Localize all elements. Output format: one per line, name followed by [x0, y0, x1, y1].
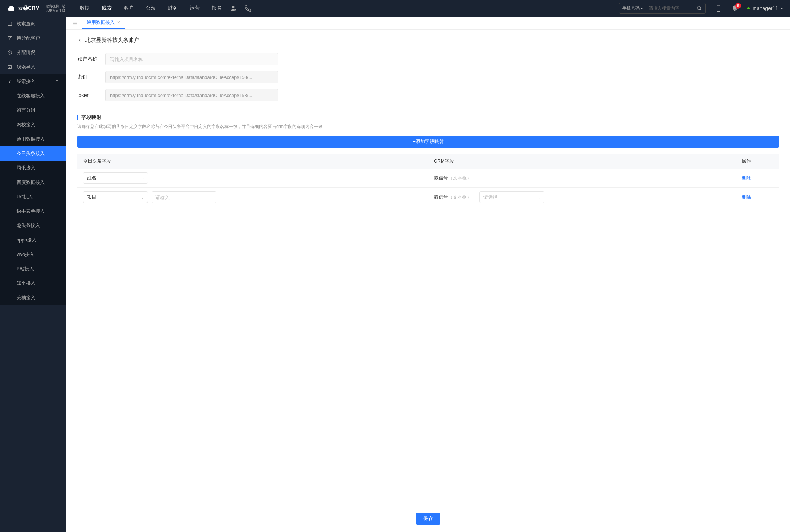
svg-line-3: [700, 9, 701, 10]
field-mapping-desc: 请确保您在此填写的头条自定义字段名称与在今日头条平台中自定义的字段名称一致，并且…: [77, 124, 779, 130]
mobile-icon[interactable]: [715, 5, 722, 12]
sidebar-sub-item[interactable]: 美柚接入: [0, 291, 66, 305]
chevron-down-icon: ▾: [781, 6, 783, 10]
account-name-label: 账户名称: [77, 56, 99, 62]
sidebar-sub-item[interactable]: vivo接入: [0, 247, 66, 262]
svg-point-0: [232, 6, 235, 8]
nav-item[interactable]: 财务: [168, 5, 178, 12]
sidebar-item[interactable]: 线索接入⌃: [0, 74, 66, 89]
cloud-logo-icon: [7, 4, 16, 13]
table-row: 项目 ⌄ 微信号（文本框）: [77, 188, 779, 207]
username: manager11: [752, 5, 778, 11]
main-nav: 数据线索客户公海财务运营报名: [80, 5, 222, 12]
sidebar: 线索查询待分配客户分配情况线索导入线索接入⌃在线客服接入留言分组网校接入通用数据…: [0, 17, 66, 532]
sidebar-sub-item[interactable]: UC接入: [0, 190, 66, 204]
crm-field-select[interactable]: 请选择 ⌄: [479, 191, 544, 203]
main-content: 通用数据接入 ✕ 北京昱新科技头条账户 账户名称 密钥 token: [66, 17, 790, 532]
sidebar-sub-item[interactable]: 留言分组: [0, 103, 66, 118]
sidebar-item-icon: [7, 36, 12, 41]
chevron-down-icon: ⌄: [141, 195, 144, 199]
page-content: 北京昱新科技头条账户 账户名称 密钥 token 字段映射 请确保您在此填写的头…: [66, 30, 790, 532]
toutiao-field-select[interactable]: 姓名 ⌄: [83, 172, 148, 184]
table-row: 姓名 ⌄ 微信号（文本框） 删除: [77, 169, 779, 188]
back-icon[interactable]: [77, 38, 82, 43]
header-icon-group: [230, 5, 251, 12]
chevron-up-icon: ⌃: [55, 79, 59, 84]
sidebar-item[interactable]: 线索导入: [0, 60, 66, 74]
nav-item[interactable]: 报名: [212, 5, 222, 12]
svg-point-2: [697, 6, 701, 10]
menu-icon: [73, 21, 78, 26]
search-box: 手机号码 ▾: [619, 3, 706, 14]
save-button[interactable]: 保存: [416, 513, 440, 525]
search-button[interactable]: [693, 6, 705, 11]
col-action: 操作: [736, 154, 779, 169]
nav-item[interactable]: 运营: [190, 5, 200, 12]
sidebar-sub-item[interactable]: 百度数据接入: [0, 175, 66, 190]
user-add-icon[interactable]: [230, 5, 237, 12]
notification-badge: 5: [735, 3, 741, 9]
sidebar-item[interactable]: 线索查询: [0, 17, 66, 31]
nav-item[interactable]: 公海: [146, 5, 156, 12]
sidebar-sub-item[interactable]: 在线客服接入: [0, 89, 66, 103]
logo-text: 云朵CRM: [18, 5, 40, 12]
tabs-bar: 通用数据接入 ✕: [66, 17, 790, 30]
tab-close-icon[interactable]: ✕: [117, 20, 120, 25]
sidebar-sub-item[interactable]: 趣头条接入: [0, 218, 66, 233]
search-type-select[interactable]: 手机号码 ▾: [619, 3, 646, 13]
header-right: 手机号码 ▾ 5 manager11 ▾: [619, 3, 783, 14]
toutiao-field-select[interactable]: 项目 ⌄: [83, 191, 148, 203]
sidebar-sub-item[interactable]: oppo接入: [0, 233, 66, 247]
section-bar-icon: [77, 115, 78, 120]
account-name-input[interactable]: [105, 53, 278, 65]
delete-button[interactable]: 删除: [742, 175, 751, 181]
col-toutiao-field: 今日头条字段: [77, 154, 428, 169]
nav-item[interactable]: 线索: [102, 5, 112, 12]
sidebar-sub-item[interactable]: 网校接入: [0, 118, 66, 132]
chevron-down-icon: ▾: [641, 6, 643, 10]
breadcrumb: 北京昱新科技头条账户: [77, 37, 779, 44]
svg-marker-8: [8, 36, 11, 40]
user-menu[interactable]: manager11 ▾: [747, 5, 783, 11]
toutiao-field-input[interactable]: [152, 191, 216, 203]
status-dot-icon: [747, 7, 750, 9]
crm-field-value: 微信号（文本框）: [434, 175, 471, 181]
delete-button[interactable]: 删除: [742, 194, 751, 200]
sidebar-item[interactable]: 分配情况: [0, 45, 66, 60]
sidebar-item-icon: [7, 79, 12, 84]
phone-icon[interactable]: [244, 5, 251, 12]
col-crm-field: CRM字段: [428, 154, 736, 169]
sidebar-sub-item[interactable]: 知乎接入: [0, 276, 66, 291]
page-title: 北京昱新科技头条账户: [85, 37, 139, 44]
token-input[interactable]: [105, 89, 278, 101]
sidebar-item[interactable]: 待分配客户: [0, 31, 66, 45]
logo[interactable]: 云朵CRM 教育机构一站 式服务云平台: [7, 4, 65, 13]
chevron-down-icon: ⌄: [141, 176, 144, 180]
sidebar-sub-item[interactable]: 今日头条接入: [0, 146, 66, 161]
field-mapping-table: 今日头条字段 CRM字段 操作 姓名 ⌄: [77, 154, 779, 207]
add-field-mapping-button[interactable]: +添加字段映射: [77, 136, 779, 148]
tab-general-data-access[interactable]: 通用数据接入 ✕: [82, 17, 125, 29]
sidebar-item-icon: [7, 21, 12, 26]
svg-point-11: [9, 80, 10, 81]
sidebar-sub-item[interactable]: 腾讯接入: [0, 161, 66, 175]
sidebar-sub-item[interactable]: 快手表单接入: [0, 204, 66, 218]
chevron-down-icon: ⌄: [537, 195, 540, 199]
nav-item[interactable]: 客户: [124, 5, 134, 12]
tabs-menu-toggle[interactable]: [71, 19, 79, 28]
sidebar-sub-item[interactable]: B站接入: [0, 262, 66, 276]
sidebar-item-icon: [7, 65, 12, 70]
secret-input[interactable]: [105, 71, 278, 83]
top-header: 云朵CRM 教育机构一站 式服务云平台 数据线索客户公海财务运营报名 手机号码 …: [0, 0, 790, 17]
search-icon: [697, 6, 702, 11]
sidebar-sub-item[interactable]: 通用数据接入: [0, 132, 66, 146]
field-mapping-title: 字段映射: [81, 114, 101, 121]
crm-field-value: 微信号（文本框）: [434, 194, 471, 200]
secret-label: 密钥: [77, 74, 99, 80]
search-input[interactable]: [646, 6, 693, 11]
svg-rect-6: [8, 22, 12, 25]
notification-bell[interactable]: 5: [732, 5, 738, 12]
token-label: token: [77, 92, 99, 98]
nav-item[interactable]: 数据: [80, 5, 90, 12]
sidebar-item-icon: [7, 50, 12, 55]
